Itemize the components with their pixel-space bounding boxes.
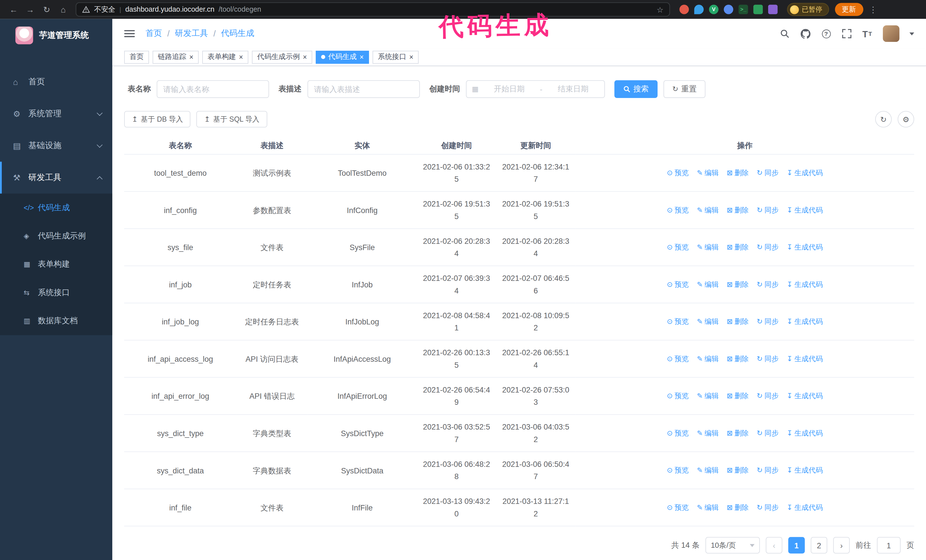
reload-icon[interactable]: ↻	[39, 2, 54, 17]
column-settings-icon[interactable]: ⚙	[897, 111, 914, 127]
sidebar-logo[interactable]: 芋道管理系统	[0, 19, 112, 52]
row-action-preview[interactable]: ⊙预览	[667, 464, 688, 477]
tab[interactable]: 代码生成示例 ×	[252, 50, 312, 63]
row-action-delete[interactable]: ⊠删除	[727, 204, 749, 217]
home-icon[interactable]: ⌂	[56, 2, 71, 17]
row-action-generate[interactable]: ↧生成代码	[787, 279, 823, 291]
row-action-preview[interactable]: ⊙预览	[667, 315, 688, 328]
row-action-edit[interactable]: ✎编辑	[697, 390, 719, 403]
url-path[interactable]: /tool/codegen	[219, 5, 261, 14]
tab[interactable]: 首页	[124, 50, 149, 63]
row-action-edit[interactable]: ✎编辑	[697, 167, 719, 180]
row-action-preview[interactable]: ⊙预览	[667, 241, 688, 254]
sidebar-subitem[interactable]: ◈ 代码生成示例	[0, 222, 112, 250]
security-label[interactable]: 不安全	[94, 5, 115, 15]
hamburger-icon[interactable]	[124, 30, 135, 37]
sidebar-item[interactable]: ⚒ 研发工具	[0, 162, 112, 194]
date-range-input[interactable]: ▦ 开始日期 - 结束日期	[466, 80, 605, 98]
row-action-delete[interactable]: ⊠删除	[727, 502, 749, 514]
extension-icon[interactable]: V	[709, 5, 718, 14]
search-icon[interactable]	[779, 28, 790, 39]
url-host[interactable]: dashboard.yudao.iocoder.cn	[126, 5, 215, 14]
row-action-generate[interactable]: ↧生成代码	[787, 204, 823, 217]
row-action-delete[interactable]: ⊠删除	[727, 353, 749, 365]
tab[interactable]: 链路追踪 ×	[153, 50, 198, 63]
row-action-preview[interactable]: ⊙预览	[667, 502, 688, 514]
row-action-generate[interactable]: ↧生成代码	[787, 502, 823, 514]
row-action-edit[interactable]: ✎编辑	[697, 204, 719, 217]
row-action-preview[interactable]: ⊙预览	[667, 279, 688, 291]
row-action-delete[interactable]: ⊠删除	[727, 464, 749, 477]
sidebar-subitem[interactable]: ▦ 表单构建	[0, 250, 112, 278]
profile-paused-chip[interactable]: 已暂停	[787, 3, 829, 16]
row-action-edit[interactable]: ✎编辑	[697, 502, 719, 514]
forward-icon[interactable]: →	[23, 2, 38, 17]
sidebar-subitem[interactable]: </> 代码生成	[0, 194, 112, 222]
row-action-edit[interactable]: ✎编辑	[697, 464, 719, 477]
fullscreen-icon[interactable]	[841, 28, 852, 39]
row-action-sync[interactable]: ↻同步	[757, 464, 779, 477]
extension-icon[interactable]	[754, 5, 763, 14]
row-action-sync[interactable]: ↻同步	[757, 390, 779, 403]
sidebar-item[interactable]: ⌂ 首页	[0, 66, 112, 98]
tab-close-icon[interactable]: ×	[360, 53, 364, 60]
extension-icon[interactable]: >_	[738, 5, 748, 14]
row-action-sync[interactable]: ↻同步	[757, 502, 779, 514]
row-action-generate[interactable]: ↧生成代码	[787, 464, 823, 477]
row-action-preview[interactable]: ⊙预览	[667, 390, 688, 403]
font-size-icon[interactable]: TT	[862, 28, 873, 39]
row-action-sync[interactable]: ↻同步	[757, 279, 779, 291]
next-page-button[interactable]: ›	[833, 537, 850, 554]
reset-button[interactable]: ↻ 重置	[664, 80, 705, 98]
avatar-caret-icon[interactable]	[909, 32, 914, 35]
breadcrumb-home[interactable]: 首页	[145, 28, 162, 39]
browser-update-button[interactable]: 更新	[835, 3, 863, 16]
row-action-edit[interactable]: ✎编辑	[697, 353, 719, 365]
tab-close-icon[interactable]: ×	[239, 53, 243, 60]
import-db-button[interactable]: ↥ 基于 DB 导入	[124, 111, 191, 127]
row-action-generate[interactable]: ↧生成代码	[787, 167, 823, 180]
tab-close-icon[interactable]: ×	[303, 53, 307, 60]
row-action-delete[interactable]: ⊠删除	[727, 427, 749, 440]
tab[interactable]: 代码生成 ×	[316, 50, 369, 63]
refresh-table-icon[interactable]: ↻	[875, 111, 892, 127]
row-action-sync[interactable]: ↻同步	[757, 427, 779, 440]
sidebar-item[interactable]: ▤ 基础设施	[0, 130, 112, 162]
address-bar[interactable]: 不安全 | dashboard.yudao.iocoder.cn/tool/co…	[76, 2, 670, 17]
row-action-generate[interactable]: ↧生成代码	[787, 427, 823, 440]
sidebar-subitem[interactable]: ▥ 数据库文档	[0, 307, 112, 335]
row-action-edit[interactable]: ✎编辑	[697, 279, 719, 291]
browser-menu-icon[interactable]: ⋮	[869, 5, 877, 14]
tab[interactable]: 表单构建 ×	[202, 50, 248, 63]
row-action-delete[interactable]: ⊠删除	[727, 279, 749, 291]
tab-close-icon[interactable]: ×	[409, 53, 413, 60]
tab[interactable]: 系统接口 ×	[373, 50, 419, 63]
row-action-sync[interactable]: ↻同步	[757, 204, 779, 217]
row-action-sync[interactable]: ↻同步	[757, 167, 779, 180]
row-action-sync[interactable]: ↻同步	[757, 241, 779, 254]
github-icon[interactable]	[800, 28, 811, 39]
user-avatar[interactable]	[883, 25, 899, 42]
row-action-generate[interactable]: ↧生成代码	[787, 315, 823, 328]
bookmark-star-icon[interactable]: ☆	[657, 5, 663, 14]
row-action-generate[interactable]: ↧生成代码	[787, 390, 823, 403]
row-action-preview[interactable]: ⊙预览	[667, 353, 688, 365]
table-name-input[interactable]	[157, 80, 269, 98]
row-action-generate[interactable]: ↧生成代码	[787, 353, 823, 365]
row-action-delete[interactable]: ⊠删除	[727, 390, 749, 403]
row-action-generate[interactable]: ↧生成代码	[787, 241, 823, 254]
page-size-select[interactable]: 10条/页	[705, 537, 760, 554]
page-button-2[interactable]: 2	[811, 537, 827, 554]
row-action-delete[interactable]: ⊠删除	[727, 241, 749, 254]
prev-page-button[interactable]: ‹	[766, 537, 782, 554]
row-action-preview[interactable]: ⊙预览	[667, 204, 688, 217]
help-icon[interactable]: ?	[821, 28, 831, 39]
row-action-edit[interactable]: ✎编辑	[697, 315, 719, 328]
back-icon[interactable]: ←	[6, 2, 21, 17]
sidebar-item[interactable]: ⚙ 系统管理	[0, 98, 112, 130]
row-action-sync[interactable]: ↻同步	[757, 353, 779, 365]
extension-icon[interactable]	[768, 5, 778, 14]
search-button[interactable]: 搜索	[614, 80, 658, 98]
import-sql-button[interactable]: ↥ 基于 SQL 导入	[197, 111, 267, 127]
tab-close-icon[interactable]: ×	[189, 53, 194, 60]
